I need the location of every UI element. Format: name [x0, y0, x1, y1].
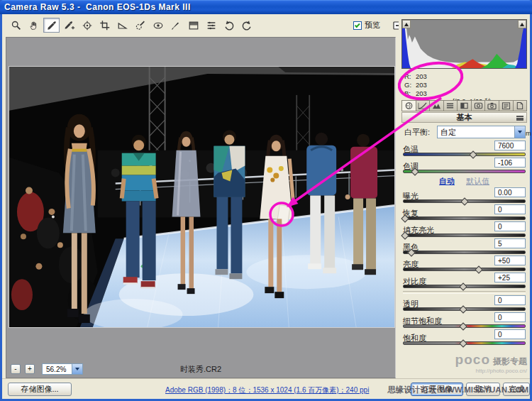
slider-blacks: 黑色 5 — [403, 240, 526, 256]
tab-split-toning[interactable] — [458, 100, 472, 111]
recovery-value[interactable]: 0 — [494, 204, 526, 214]
adjustment-brush-icon — [170, 20, 182, 31]
tab-snapshots[interactable] — [514, 100, 528, 111]
vibrance-track[interactable] — [403, 324, 526, 329]
clarity-track[interactable] — [403, 307, 526, 312]
preferences-tool[interactable] — [203, 18, 219, 33]
tool-group — [2, 18, 255, 33]
tab-lens-corrections[interactable] — [472, 100, 486, 111]
panel-menu-icon[interactable] — [516, 116, 523, 121]
slider-list: 色温 7600 色调 -106 自动默认值 曝光 0.00 恢复 0 填充 — [403, 142, 526, 348]
slider-tint: 色调 -106 — [403, 159, 526, 175]
temperature-track[interactable] — [403, 152, 526, 158]
exposure-track[interactable] — [403, 199, 526, 204]
red-eye-tool[interactable] — [150, 18, 166, 33]
tab-detail[interactable] — [430, 100, 444, 111]
hand-tool[interactable] — [26, 18, 42, 33]
preview-label: 预览 — [365, 20, 380, 31]
rgb-readout: R:203G:203B:203 — [404, 72, 427, 98]
saturation-track[interactable] — [403, 341, 526, 346]
slider-saturation: 饱和度 0 — [403, 331, 526, 346]
recovery-track[interactable] — [403, 216, 526, 221]
temperature-value[interactable]: 7600 — [494, 141, 526, 150]
saturation-value[interactable]: 0 — [494, 329, 526, 339]
tab-tone-curve[interactable] — [416, 100, 431, 111]
footer-bar: 存储图像... Adobe RGB (1998)；8 位；1536 x 1024… — [2, 378, 530, 399]
preview-checkbox[interactable] — [353, 21, 362, 30]
slider-clarity: 透明 0 — [403, 297, 526, 312]
brightness-value[interactable]: +50 — [494, 256, 526, 265]
image-info: R:203G:203B:203 f/3.2 1/60 秒 ISO 400 70-… — [403, 72, 527, 99]
slider-contrast: 对比度 +25 — [403, 274, 526, 290]
adjustment-brush-tool[interactable] — [167, 18, 184, 33]
poco-title: 摄影专题 — [493, 356, 527, 366]
panel-tabs — [401, 100, 527, 111]
fill-light-track[interactable] — [403, 233, 526, 238]
crop-icon — [99, 20, 111, 31]
zoom-tool[interactable] — [8, 18, 24, 33]
tint-value[interactable]: -106 — [494, 158, 526, 167]
panel-separator — [403, 291, 526, 294]
graduated-filter-tool[interactable] — [185, 18, 201, 33]
photo-image — [9, 67, 394, 327]
white-balance-value: 自定 — [438, 127, 514, 138]
brightness-track[interactable] — [403, 267, 526, 273]
white-balance-eyedropper-icon — [46, 20, 57, 31]
fill-light-value[interactable]: 0 — [494, 221, 526, 231]
hand-tool-icon — [28, 20, 40, 31]
contrast-value[interactable]: +25 — [494, 273, 526, 282]
slider-exposure: 曝光 0.00 — [403, 189, 526, 204]
detail-tab-icon — [431, 101, 442, 110]
model-teal-polo — [122, 135, 157, 289]
contrast-track[interactable] — [403, 284, 526, 290]
rotate-right-icon — [241, 20, 253, 31]
targeted-adjustment-tool[interactable] — [79, 18, 95, 33]
auto-link[interactable]: 自动 — [439, 177, 455, 185]
poco-url: http://photo.poco.cn/ — [455, 366, 527, 375]
basic-section-title: 基本 — [457, 112, 472, 123]
blacks-value[interactable]: 5 — [494, 238, 526, 248]
chevron-down-icon[interactable] — [514, 126, 525, 138]
tab-presets[interactable] — [499, 100, 514, 111]
save-image-button[interactable]: 存储图像... — [8, 383, 72, 396]
clarity-value[interactable]: 0 — [494, 295, 526, 305]
targeted-adjustment-icon — [82, 20, 93, 31]
split-toning-tab-icon — [459, 101, 470, 110]
highlight-clipping-icon — [520, 23, 524, 26]
shadow-clipping-button[interactable] — [402, 20, 411, 28]
shadow-clipping-icon — [404, 23, 409, 26]
rotate-left-tool[interactable] — [221, 18, 237, 33]
slider-recovery: 恢复 0 — [403, 206, 526, 221]
white-balance-label: 白平衡: — [404, 127, 430, 138]
tab-basic[interactable] — [401, 100, 416, 111]
spot-removal-tool[interactable] — [132, 18, 148, 33]
poco-watermark: poco摄影专题 http://photo.poco.cn/ — [455, 355, 527, 375]
color-sampler-tool[interactable] — [61, 18, 77, 33]
exposure-value[interactable]: 0.00 — [494, 187, 526, 197]
graduated-filter-icon — [188, 20, 199, 31]
preferences-icon — [206, 20, 217, 31]
workflow-options-link[interactable]: Adobe RGB (1998)；8 位；1536 x 1024 (1.6 百万… — [165, 385, 369, 395]
slider-vibrance: 细节饱和度 0 — [403, 314, 526, 329]
highlight-clipping-button[interactable] — [518, 20, 526, 28]
vibrance-value[interactable]: 0 — [494, 312, 526, 322]
crop-tool[interactable] — [96, 18, 113, 33]
photo-canvas[interactable] — [9, 66, 395, 328]
straighten-tool[interactable] — [114, 18, 131, 33]
rgb-value-row: G:203 — [404, 81, 427, 89]
tab-camera-calibration[interactable] — [485, 100, 499, 111]
tint-track[interactable] — [403, 169, 526, 175]
title-bar[interactable]: Camera Raw 5.3 - Canon EOS-1Ds Mark III — [0, 0, 532, 14]
rgb-value-row: B:203 — [404, 89, 427, 98]
tab-hsl-grayscale[interactable] — [444, 100, 458, 111]
rotate-right-tool[interactable] — [238, 18, 255, 33]
blacks-track[interactable] — [403, 250, 526, 256]
red-eye-icon — [153, 20, 164, 31]
tone-curve-tab-icon — [417, 101, 428, 110]
default-link[interactable]: 默认值 — [466, 177, 489, 185]
slider-brightness: 亮度 +50 — [403, 257, 526, 273]
white-balance-tool[interactable] — [43, 18, 60, 33]
lens-tab-icon — [473, 101, 484, 110]
white-balance-select[interactable]: 自定 — [437, 126, 526, 138]
hsl-tab-icon — [445, 101, 455, 110]
